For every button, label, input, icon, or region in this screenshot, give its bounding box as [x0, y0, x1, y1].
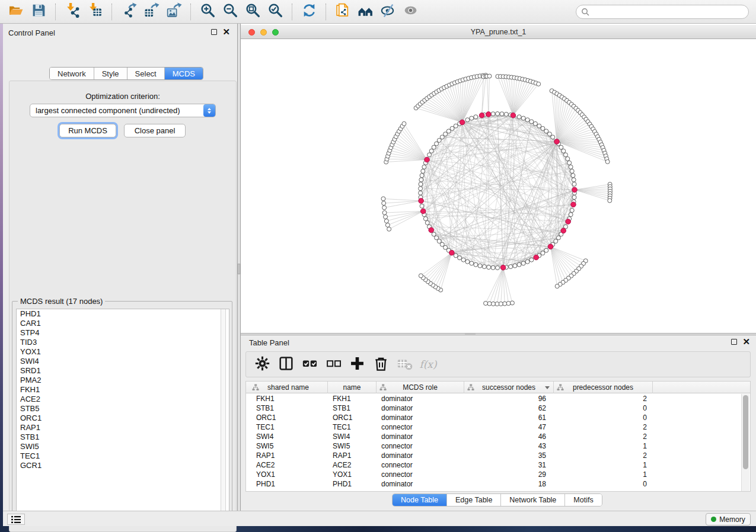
- graph-node[interactable]: [551, 135, 555, 139]
- graph-node[interactable]: [525, 259, 529, 264]
- graph-node[interactable]: [422, 165, 426, 169]
- table-row[interactable]: STB1STB1dominator620: [246, 403, 750, 413]
- horizontal-splitter-grip[interactable]: [465, 334, 476, 335]
- graph-node[interactable]: [461, 258, 465, 262]
- tab-style[interactable]: Style: [94, 68, 127, 79]
- graph-mcds-node[interactable]: [548, 244, 553, 249]
- graph-mcds-node[interactable]: [486, 112, 492, 117]
- optimization-criterion-select[interactable]: largest connected component (undirected): [30, 104, 216, 117]
- graph-node[interactable]: [521, 116, 525, 120]
- column-header-shared-name[interactable]: shared name: [249, 382, 328, 393]
- graph-node[interactable]: [504, 112, 508, 116]
- graph-node[interactable]: [567, 161, 572, 165]
- graph-node[interactable]: [382, 211, 387, 215]
- graph-node[interactable]: [566, 156, 570, 161]
- graph-mcds-node[interactable]: [460, 120, 465, 125]
- graph-node[interactable]: [432, 145, 436, 149]
- import-table-button[interactable]: [84, 2, 106, 22]
- network-from-file-button[interactable]: [331, 2, 354, 22]
- graph-node[interactable]: [487, 302, 492, 306]
- graph-node[interactable]: [435, 236, 439, 240]
- graph-node[interactable]: [419, 178, 423, 182]
- tab-network[interactable]: Network: [50, 68, 94, 79]
- graph-node[interactable]: [432, 232, 436, 236]
- import-network-button[interactable]: [61, 2, 84, 22]
- graph-node[interactable]: [474, 115, 478, 119]
- close-panel-icon[interactable]: ✕: [222, 29, 230, 35]
- graph-node[interactable]: [513, 264, 517, 268]
- mcds-result-item[interactable]: PHD1: [17, 309, 229, 319]
- graph-node[interactable]: [499, 302, 503, 306]
- save-session-button[interactable]: [27, 2, 50, 22]
- graph-node[interactable]: [484, 301, 488, 305]
- mcds-result-item[interactable]: YOX1: [17, 347, 229, 357]
- close-panel-button[interactable]: Close panel: [124, 124, 186, 137]
- graph-node[interactable]: [440, 242, 444, 246]
- graph-node[interactable]: [563, 153, 567, 157]
- graph-node[interactable]: [496, 266, 500, 270]
- graph-node[interactable]: [554, 239, 558, 243]
- graph-node[interactable]: [419, 274, 423, 278]
- mcds-result-item[interactable]: STB5: [17, 404, 229, 414]
- tab-mcds[interactable]: MCDS: [165, 68, 203, 79]
- select-all-button[interactable]: [302, 357, 317, 372]
- graph-node[interactable]: [482, 265, 486, 269]
- table-row[interactable]: SWI4SWI4dominator462: [246, 432, 750, 441]
- graph-node[interactable]: [555, 284, 559, 289]
- export-table-button[interactable]: [140, 2, 162, 22]
- graph-mcds-node[interactable]: [566, 219, 571, 225]
- graph-node[interactable]: [382, 206, 387, 210]
- graph-node[interactable]: [605, 159, 610, 164]
- graph-node[interactable]: [474, 262, 478, 267]
- graph-node[interactable]: [608, 198, 612, 203]
- mcds-result-item[interactable]: TID3: [17, 338, 229, 347]
- table-row[interactable]: FKH1FKH1dominator962: [246, 394, 750, 403]
- mcds-result-item[interactable]: SWI4: [17, 357, 229, 366]
- graph-node[interactable]: [541, 251, 545, 255]
- graph-node[interactable]: [491, 302, 495, 306]
- mcds-result-item[interactable]: RAP1: [17, 423, 229, 432]
- column-header-successor-nodes[interactable]: successor nodes: [464, 382, 554, 393]
- run-mcds-button[interactable]: Run MCDS: [59, 124, 116, 137]
- memory-button[interactable]: Memory: [706, 513, 751, 525]
- graph-node[interactable]: [435, 142, 439, 146]
- zoom-selected-button[interactable]: [264, 2, 286, 22]
- graph-node[interactable]: [420, 174, 424, 178]
- graph-node[interactable]: [446, 129, 451, 133]
- graph-mcds-node[interactable]: [419, 198, 424, 204]
- open-file-button[interactable]: [5, 2, 27, 22]
- graph-node[interactable]: [381, 197, 385, 201]
- table-row[interactable]: PHD1PHD1dominator180: [246, 479, 750, 489]
- tab-select[interactable]: Select: [127, 68, 165, 79]
- graph-node[interactable]: [533, 121, 537, 126]
- graph-mcds-node[interactable]: [429, 227, 434, 233]
- mcds-list-scrollbar[interactable]: [221, 309, 226, 516]
- graph-node[interactable]: [454, 254, 458, 258]
- mcds-result-item[interactable]: PMA2: [17, 376, 229, 385]
- graph-node[interactable]: [419, 182, 423, 186]
- network-canvas[interactable]: [241, 39, 756, 333]
- graph-node[interactable]: [517, 115, 521, 119]
- graph-node[interactable]: [495, 302, 499, 306]
- graph-node[interactable]: [387, 227, 391, 231]
- graph-node[interactable]: [487, 74, 492, 78]
- graph-node[interactable]: [547, 132, 551, 136]
- mcds-result-list[interactable]: PHD1CAR1STP4TID3YOX1SWI4SRD1PMA2FKH1ACE2…: [16, 309, 229, 517]
- show-graphics-details-button[interactable]: [399, 2, 422, 22]
- vertical-splitter-grip[interactable]: [238, 264, 240, 274]
- graph-node[interactable]: [544, 129, 548, 133]
- tab-edge-table[interactable]: Edge Table: [447, 494, 501, 506]
- graph-node[interactable]: [429, 149, 433, 153]
- graph-node[interactable]: [470, 261, 474, 265]
- graph-node[interactable]: [421, 169, 425, 173]
- settings-button[interactable]: [254, 357, 270, 372]
- graph-node[interactable]: [496, 112, 500, 116]
- graph-node[interactable]: [570, 209, 574, 213]
- column-header-MCDS-role[interactable]: MCDS role: [377, 382, 464, 393]
- graph-node[interactable]: [572, 182, 576, 186]
- graph-node[interactable]: [509, 265, 513, 269]
- graph-node[interactable]: [465, 259, 470, 264]
- tab-motifs[interactable]: Motifs: [565, 494, 601, 506]
- delete-row-button[interactable]: [373, 357, 388, 372]
- graph-node[interactable]: [572, 196, 576, 200]
